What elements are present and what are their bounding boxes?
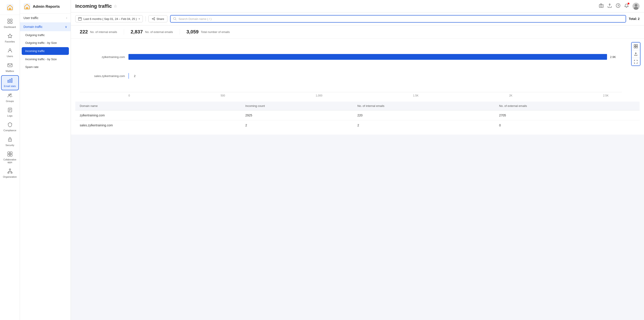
svg-point-53 <box>174 17 176 20</box>
stat-label-external: No. of external emails <box>145 30 173 34</box>
svg-line-54 <box>176 19 176 20</box>
svg-rect-23 <box>10 152 12 154</box>
chart-fullscreen-btn[interactable] <box>632 58 640 65</box>
app-logo-icon <box>6 4 14 11</box>
sidebar-label-groups: Groups <box>6 100 14 103</box>
nav-spam-rate[interactable]: Spam rate <box>20 63 71 71</box>
sidebar-item-organization[interactable]: Organization <box>1 166 19 181</box>
bar-container-2: 2 <box>128 73 622 79</box>
stat-label-internal: No. of internal emails <box>90 30 117 34</box>
stat-internal-emails: 222 No. of internal emails <box>75 29 124 35</box>
share-button[interactable]: Share <box>148 15 168 22</box>
sidebar-label-organization: Organization <box>3 176 16 178</box>
bar-2: 2 <box>128 73 129 79</box>
svg-point-49 <box>152 18 153 19</box>
nav-panel: Admin Reports User traffic › Domain traf… <box>20 0 71 320</box>
nav-incoming-traffic[interactable]: Incoming traffic <box>22 47 69 55</box>
cell-external-1: 2705 <box>495 110 640 120</box>
notifications-icon[interactable] <box>624 3 629 9</box>
bar-label-2: sales.zylkertraining.com <box>80 74 128 78</box>
camera-icon[interactable] <box>599 3 604 9</box>
total-count: Total: 2 <box>629 17 640 20</box>
help-icon[interactable]: ? <box>616 3 620 9</box>
svg-rect-57 <box>634 46 636 48</box>
search-input[interactable] <box>178 17 623 20</box>
svg-rect-56 <box>636 44 638 46</box>
svg-rect-26 <box>9 169 11 170</box>
chart-section: zylkertraining.com 2.9K sales.zylkertrai… <box>71 38 644 135</box>
sidebar: Dashboard Favorites Users Mailbox Email <box>0 0 20 320</box>
cell-domain-1: zylkertraining.com <box>75 110 241 120</box>
svg-rect-7 <box>10 22 12 23</box>
organization-icon <box>8 169 12 175</box>
nav-incoming-traffic-by-size[interactable]: Incoming traffic - by Size <box>20 55 71 63</box>
svg-point-21 <box>10 140 10 141</box>
svg-rect-27 <box>8 172 9 173</box>
svg-rect-58 <box>636 46 638 48</box>
chevron-down-icon: ∨ <box>65 25 67 28</box>
sidebar-label-favorites: Favorites <box>5 40 15 43</box>
chevron-right-icon: › <box>66 16 67 19</box>
svg-rect-11 <box>8 80 9 82</box>
sidebar-item-mailbox[interactable]: Mailbox <box>1 61 19 75</box>
chart-view-btn[interactable] <box>632 42 640 50</box>
user-avatar[interactable] <box>632 3 640 10</box>
x-axis-label-1500: 1.5K <box>413 94 418 97</box>
stat-number-internal: 222 <box>80 29 88 35</box>
share-label: Share <box>156 17 164 20</box>
nav-domain-traffic-section: Domain traffic ∨ Outgoing traffic Outgoi… <box>20 22 71 71</box>
sidebar-item-dashboard[interactable]: Dashboard <box>1 16 19 31</box>
security-icon <box>8 137 12 143</box>
app-logo <box>0 2 20 15</box>
stat-total-emails: 3,059 Total number of emails <box>180 29 236 35</box>
cell-internal-2: 2 <box>353 120 495 130</box>
app-title: Admin Reports <box>33 4 60 9</box>
nav-outgoing-traffic-by-size[interactable]: Outgoing traffic - by Size <box>20 39 71 47</box>
chart-export-btn[interactable] <box>632 50 640 58</box>
sidebar-item-groups[interactable]: Groups <box>1 91 19 105</box>
bar-container-1: 2.9K <box>128 54 622 60</box>
stat-number-external: 2,837 <box>131 29 143 35</box>
chart-area: zylkertraining.com 2.9K sales.zylkertrai… <box>75 43 640 102</box>
nav-outgoing-traffic[interactable]: Outgoing traffic <box>20 31 71 39</box>
sidebar-item-email-stats[interactable]: Email stats <box>1 75 19 90</box>
sidebar-label-mailbox: Mailbox <box>6 70 14 73</box>
toolbar: Last 6 months ( Sep 01, 24 – Feb 04, 25 … <box>71 12 644 25</box>
nav-sub-items: Outgoing traffic Outgoing traffic - by S… <box>20 31 71 71</box>
date-filter[interactable]: Last 6 months ( Sep 01, 24 – Feb 04, 25 … <box>75 15 143 22</box>
col-external-emails: No. of external emails <box>495 102 640 110</box>
svg-line-51 <box>153 18 154 18</box>
x-axis-label-2000: 2K <box>509 94 512 97</box>
x-axis-label-500: 500 <box>220 94 225 97</box>
sidebar-item-collaborative-apps[interactable]: Collaborative apps <box>1 149 19 166</box>
users-icon <box>8 48 12 54</box>
sidebar-item-users[interactable]: Users <box>1 46 19 60</box>
svg-point-50 <box>154 19 155 20</box>
nav-logo-icon <box>24 3 30 10</box>
svg-rect-25 <box>10 154 12 156</box>
nav-domain-traffic-header[interactable]: Domain traffic ∨ <box>20 22 71 31</box>
sidebar-label-dashboard: Dashboard <box>4 26 16 28</box>
dashboard-icon <box>8 19 12 25</box>
svg-point-15 <box>10 94 11 95</box>
svg-point-42 <box>635 4 637 7</box>
cell-incoming-2: 2 <box>241 120 353 130</box>
search-icon <box>173 17 177 20</box>
sidebar-item-security[interactable]: Security <box>1 135 19 149</box>
svg-rect-28 <box>11 172 12 173</box>
svg-text:?: ? <box>618 4 619 7</box>
table-header-row: Domain name Incoming count No. of intern… <box>75 102 640 110</box>
toolbar-divider <box>146 16 146 21</box>
bar-1: 2.9K <box>128 54 607 60</box>
table-row-1: zylkertraining.com 2925 220 2705 <box>75 110 640 120</box>
sidebar-item-favorites[interactable]: Favorites <box>1 31 19 45</box>
nav-user-traffic[interactable]: User traffic › <box>20 13 71 22</box>
chart-bar-row-2: sales.zylkertraining.com 2 <box>80 73 622 79</box>
favorite-star-icon[interactable]: ☆ <box>114 4 117 9</box>
sidebar-item-logs[interactable]: Logs <box>1 105 19 119</box>
svg-rect-35 <box>26 7 28 9</box>
cell-domain-2: sales.zylkertraining.com <box>75 120 241 130</box>
sidebar-item-compliance[interactable]: Compliance <box>1 120 19 134</box>
upload-icon[interactable] <box>607 3 612 9</box>
topbar: Incoming traffic ☆ ? <box>71 0 644 12</box>
